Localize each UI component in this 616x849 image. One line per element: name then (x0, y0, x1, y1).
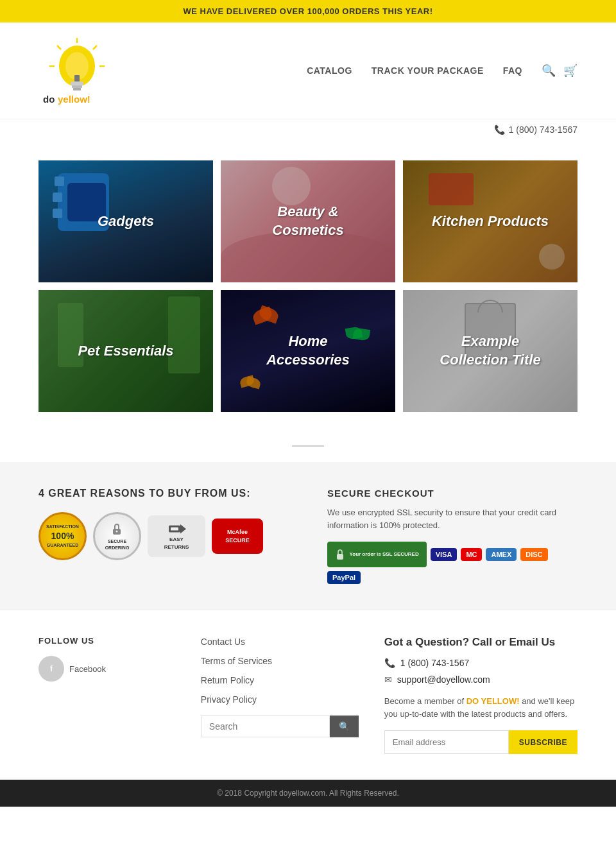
svg-rect-18 (337, 554, 343, 560)
facebook-row[interactable]: f Facebook (38, 656, 175, 682)
email-address-input[interactable] (384, 730, 509, 754)
list-item: Terms of Services (201, 655, 359, 667)
footer-follow-us: FOLLOW US f Facebook (38, 636, 175, 754)
follow-us-title: FOLLOW US (38, 636, 175, 646)
footer-links-col: Contact Us Terms of Services Return Poli… (201, 636, 359, 754)
collection-gadgets[interactable]: Gadgets (38, 160, 213, 282)
paypal-payment-icon: PayPal (327, 571, 361, 584)
header: do yellow! CATALOG TRACK YOUR PACKAGE FA… (0, 22, 616, 119)
svg-rect-4 (73, 88, 81, 90)
logo: do yellow! (38, 35, 116, 106)
collection-home[interactable]: HomeAccessories (221, 290, 395, 412)
phone-icon: 📞 (384, 658, 395, 668)
return-policy-link[interactable]: Return Policy (201, 675, 254, 685)
logo-area: do yellow! (38, 35, 116, 106)
newsletter-text-before: Become a member of (384, 696, 466, 706)
collection-beauty[interactable]: Beauty &Cosmetics (221, 160, 395, 282)
top-banner: WE HAVE DELIVERED OVER 100,000 ORDERS TH… (0, 0, 616, 22)
footer-contact-col: Got a Question? Call or Email Us 📞 1 (80… (384, 636, 578, 754)
reasons-section: 4 GREAT REASONS TO BUY FROM US: SATISFAC… (0, 462, 616, 610)
svg-text:yellow!: yellow! (58, 94, 90, 105)
divider-section (0, 425, 616, 462)
newsletter-text: Become a member of DO YELLOW! and we'll … (384, 695, 578, 720)
privacy-policy-link[interactable]: Privacy Policy (201, 694, 257, 705)
nav-faq[interactable]: FAQ (503, 65, 522, 76)
visa-payment-icon: VISA (431, 548, 458, 561)
collection-label-example: ExampleCollection Title (440, 332, 540, 369)
reasons-left: 4 GREAT REASONS TO BUY FROM US: SATISFAC… (38, 488, 289, 584)
phone-bar: 📞 1 (800) 743-1567 (0, 119, 616, 148)
contact-us-link[interactable]: Contact Us (201, 637, 245, 647)
cart-icon-button[interactable]: 🛒 (563, 64, 578, 78)
list-item: Return Policy (201, 674, 359, 686)
collection-overlay-gadgets: Gadgets (38, 160, 213, 282)
secure-checkout-text: We use encrypted SSL security to ensure … (327, 506, 578, 531)
terms-link[interactable]: Terms of Services (201, 656, 272, 666)
collection-example[interactable]: ExampleCollection Title (403, 290, 578, 412)
search-input[interactable] (201, 716, 330, 737)
nav-icons: 🔍 🛒 (542, 64, 578, 78)
list-item: Privacy Policy (201, 694, 359, 705)
contact-email-row: ✉ support@doyellow.com (384, 674, 578, 685)
newsletter-form: SUBSCRIBE (384, 730, 578, 754)
badge-satisfaction: SATISFACTION100%GUARANTEED (38, 512, 87, 560)
collection-label-pet: Pet Essentials (78, 342, 173, 361)
svg-text:do: do (43, 94, 55, 105)
nav-track[interactable]: TRACK YOUR PACKAGE (372, 65, 484, 76)
collection-label-gadgets: Gadgets (98, 212, 154, 231)
badge-easy-returns: EASYRETURNS (148, 515, 205, 557)
footer: FOLLOW US f Facebook Contact Us Terms of… (0, 610, 616, 780)
collection-overlay-beauty: Beauty &Cosmetics (221, 160, 395, 282)
svg-rect-10 (74, 75, 80, 81)
collection-kitchen[interactable]: Kitchen Products (403, 160, 578, 282)
badge-secure-ordering: SECUREORDERING (93, 512, 141, 560)
footer-links-list: Contact Us Terms of Services Return Poli… (201, 636, 359, 705)
reasons-right: SECURE CHECKOUT We use encrypted SSL sec… (327, 488, 578, 584)
collection-pet[interactable]: Pet Essentials (38, 290, 213, 412)
svg-rect-2 (71, 81, 83, 85)
collection-overlay-example: ExampleCollection Title (403, 290, 578, 412)
divider-line (292, 445, 324, 447)
collection-label-kitchen: Kitchen Products (432, 212, 549, 231)
discover-payment-icon: DISC (520, 548, 547, 561)
facebook-circle-icon[interactable]: f (38, 656, 64, 682)
svg-point-14 (116, 530, 118, 532)
email-icon: ✉ (384, 674, 392, 685)
svg-marker-16 (180, 524, 186, 533)
list-item: Contact Us (201, 636, 359, 647)
copyright-text: © 2018 Copyright doyellow.com. All Right… (217, 789, 399, 798)
phone-number: 1 (800) 743-1567 (509, 124, 578, 135)
phone-icon: 📞 (494, 124, 505, 135)
ssl-text: Your order is SSL SECURED (350, 551, 419, 557)
collection-overlay-kitchen: Kitchen Products (403, 160, 578, 282)
footer-search-row: 🔍 (201, 716, 359, 737)
collections-grid: Gadgets Beauty &Cosmetics Kitchen Produc… (0, 148, 616, 425)
collection-overlay-home: HomeAccessories (221, 290, 395, 412)
reasons-title: 4 GREAT REASONS TO BUY FROM US: (38, 488, 289, 499)
contact-phone-row: 📞 1 (800) 743-1567 (384, 658, 578, 668)
copyright-bar: © 2018 Copyright doyellow.com. All Right… (0, 780, 616, 807)
collection-label-beauty: Beauty &Cosmetics (272, 203, 343, 239)
badge-mcafee: McAfeeSECURE (212, 519, 263, 554)
contact-title: Got a Question? Call or Email Us (384, 636, 578, 649)
ssl-badge: Your order is SSL SECURED (327, 542, 427, 567)
amex-payment-icon: AMEX (486, 548, 517, 561)
contact-phone: 1 (800) 743-1567 (400, 658, 469, 668)
subscribe-button[interactable]: SUBSCRIBE (509, 730, 578, 754)
secure-checkout-title: SECURE CHECKOUT (327, 488, 578, 499)
contact-email: support@doyellow.com (397, 674, 490, 685)
search-icon-button[interactable]: 🔍 (542, 64, 556, 78)
facebook-label: Facebook (69, 664, 106, 674)
payment-badges: Your order is SSL SECURED VISA MC AMEX D… (327, 542, 578, 584)
mastercard-payment-icon: MC (461, 548, 482, 561)
brand-name: DO YELLOW! (466, 696, 520, 706)
collection-overlay-pet: Pet Essentials (38, 290, 213, 412)
svg-line-6 (57, 46, 61, 49)
search-button[interactable]: 🔍 (330, 716, 359, 737)
nav-catalog[interactable]: CATALOG (307, 65, 352, 76)
main-nav: CATALOG TRACK YOUR PACKAGE FAQ 🔍 🛒 (307, 64, 578, 78)
collection-label-home: HomeAccessories (266, 332, 350, 369)
badges-row: SATISFACTION100%GUARANTEED SECUREORDERIN… (38, 512, 289, 560)
svg-rect-17 (171, 527, 178, 531)
svg-line-7 (93, 46, 97, 49)
